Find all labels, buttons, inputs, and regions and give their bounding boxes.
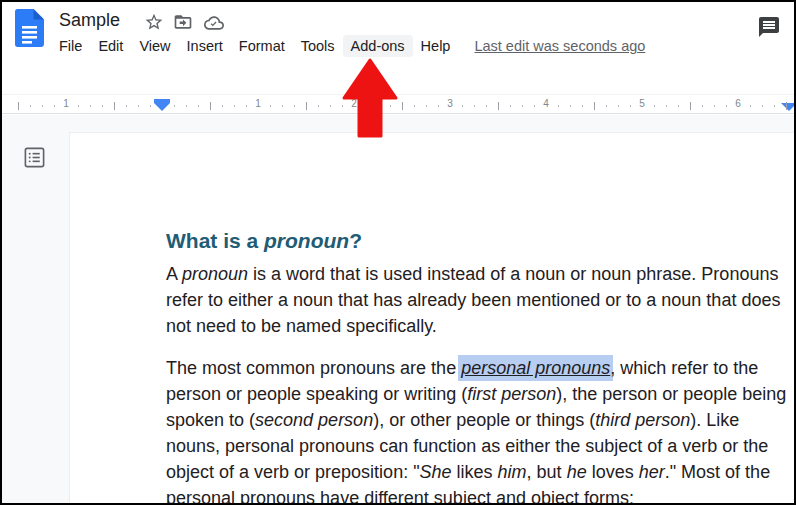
text-run: nouns, personal pronouns can function as… bbox=[166, 436, 768, 456]
text-run: pronoun bbox=[182, 264, 248, 284]
ruler-tick bbox=[474, 105, 475, 107]
comment-history-icon[interactable] bbox=[757, 15, 781, 39]
page[interactable]: What is a pronoun? A pronoun is a word t… bbox=[69, 132, 796, 505]
ruler-tick bbox=[690, 102, 691, 110]
text-run: second person bbox=[255, 410, 373, 430]
text-run: loves bbox=[587, 462, 639, 482]
ruler-tick bbox=[570, 105, 571, 107]
text-run: object of a verb or preposition: " bbox=[166, 462, 420, 482]
text-line: not need to be named specifically. bbox=[166, 313, 796, 339]
ruler-number: 3 bbox=[447, 98, 453, 109]
text-run: spoken to ( bbox=[166, 410, 255, 430]
ruler-tick bbox=[666, 105, 667, 107]
ruler-tick bbox=[294, 105, 295, 107]
ruler-number: 4 bbox=[543, 98, 549, 109]
ruler-tick bbox=[582, 105, 583, 107]
menu-view[interactable]: View bbox=[131, 35, 178, 57]
text-run: ), the person or people being bbox=[556, 384, 786, 404]
star-icon[interactable] bbox=[144, 12, 164, 32]
menu-file[interactable]: File bbox=[51, 35, 90, 57]
menu-bar: Last edit was seconds ago FileEditViewIn… bbox=[51, 34, 645, 58]
ruler-tick bbox=[378, 105, 379, 107]
ruler-tick bbox=[174, 105, 175, 107]
ruler-tick bbox=[654, 105, 655, 107]
google-docs-logo-icon[interactable] bbox=[15, 9, 44, 47]
menu-edit[interactable]: Edit bbox=[90, 35, 131, 57]
text-run: first person bbox=[467, 384, 556, 404]
text-run: personal pronouns have different subject… bbox=[166, 488, 634, 505]
move-folder-icon[interactable] bbox=[173, 12, 193, 32]
text-line: spoken to (second person), or other peop… bbox=[166, 407, 796, 433]
document-title[interactable]: Sample bbox=[59, 10, 120, 31]
ruler-tick bbox=[186, 105, 187, 107]
ruler-number: 2 bbox=[351, 98, 357, 109]
ruler-number: 6 bbox=[735, 98, 741, 109]
menu-help[interactable]: Help bbox=[413, 35, 459, 57]
paragraph: The most common pronouns are the persona… bbox=[166, 355, 796, 505]
text-run: her bbox=[639, 462, 665, 482]
last-edit-link[interactable]: Last edit was seconds ago bbox=[474, 38, 645, 54]
menu-tools[interactable]: Tools bbox=[293, 35, 343, 57]
text-run: The most common pronouns are the bbox=[166, 358, 461, 378]
ruler-tick bbox=[210, 102, 211, 110]
text-run: , but bbox=[527, 462, 567, 482]
ruler-tick bbox=[750, 105, 751, 107]
text-line: object of a verb or preposition: "She li… bbox=[166, 459, 796, 485]
ruler-tick bbox=[522, 105, 523, 107]
menu-add-ons[interactable]: Add-ons bbox=[343, 35, 413, 57]
ruler-tick bbox=[414, 105, 415, 107]
text-line: personal pronouns have different subject… bbox=[166, 485, 796, 505]
text-line: nouns, personal pronouns can function as… bbox=[166, 433, 796, 459]
ruler-tick bbox=[342, 105, 343, 107]
text-run: refer to either a noun that has already … bbox=[166, 290, 780, 310]
ruler-number: 1 bbox=[63, 98, 69, 109]
ruler-tick bbox=[234, 105, 235, 107]
menu-format[interactable]: Format bbox=[231, 35, 293, 57]
ruler: 1123456 bbox=[2, 94, 796, 114]
ruler-tick bbox=[222, 105, 223, 107]
ruler-tick bbox=[198, 105, 199, 107]
text-run: ). Like bbox=[690, 410, 739, 430]
menu-insert[interactable]: Insert bbox=[179, 35, 231, 57]
toolbar: 100% Normal text l − 13.5 + B I U A bbox=[2, 60, 796, 94]
paragraph: A pronoun is a word that is used instead… bbox=[166, 261, 796, 339]
text-run: person or people speaking or writing ( bbox=[166, 384, 467, 404]
text-block: What is a pronoun? A pronoun is a word t… bbox=[166, 226, 796, 505]
ruler-tick bbox=[366, 105, 367, 107]
google-docs-window: Sample Last edit was seconds ago FileEdi… bbox=[0, 0, 796, 505]
text-run: She bbox=[420, 462, 452, 482]
ruler-tick bbox=[714, 105, 715, 107]
ruler-tick bbox=[678, 105, 679, 107]
text-run: pronoun bbox=[264, 229, 349, 252]
text-run: him bbox=[498, 462, 527, 482]
ruler-tick bbox=[726, 105, 727, 107]
ruler-tick bbox=[462, 105, 463, 107]
ruler-tick bbox=[606, 105, 607, 107]
ruler-tick bbox=[306, 102, 307, 110]
right-indent-marker[interactable] bbox=[781, 103, 796, 111]
ruler-tick bbox=[486, 105, 487, 107]
ruler-tick bbox=[390, 105, 391, 107]
ruler-tick bbox=[138, 105, 139, 107]
text-run: likes bbox=[452, 462, 498, 482]
ruler-tick bbox=[150, 105, 151, 107]
text-run: he bbox=[567, 462, 587, 482]
ruler-tick bbox=[438, 105, 439, 107]
ruler-number: 5 bbox=[639, 98, 645, 109]
ruler-tick bbox=[426, 105, 427, 107]
cloud-saved-icon[interactable] bbox=[204, 13, 224, 33]
ruler-tick bbox=[558, 105, 559, 107]
text-line: person or people speaking or writing (fi… bbox=[166, 381, 796, 407]
text-run: is a word that is used instead of a noun… bbox=[248, 264, 778, 284]
ruler-tick bbox=[498, 102, 499, 110]
ruler-tick bbox=[402, 102, 403, 110]
ruler-tick bbox=[786, 102, 787, 110]
document-outline-icon[interactable] bbox=[23, 146, 46, 169]
ruler-tick bbox=[30, 105, 31, 107]
text-run: ), or other people or things ( bbox=[373, 410, 595, 430]
ruler-tick bbox=[534, 105, 535, 107]
text-run: A bbox=[166, 264, 182, 284]
ruler-tick bbox=[330, 105, 331, 107]
left-indent-marker[interactable] bbox=[154, 103, 170, 111]
ruler-tick bbox=[282, 105, 283, 107]
